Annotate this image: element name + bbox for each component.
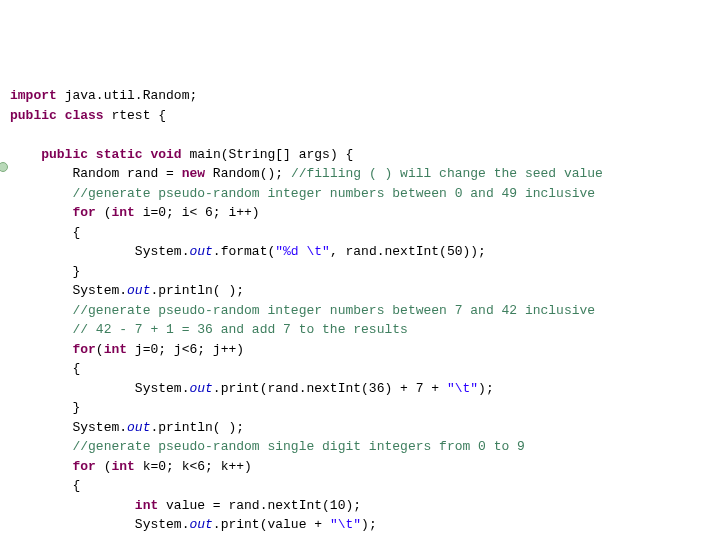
string-literal: "\t" (447, 381, 478, 396)
keyword-for: for (72, 205, 95, 220)
keyword-int: int (135, 498, 158, 513)
static-field: out (189, 244, 212, 259)
comment: //generate pseudo-random integer numbers… (72, 186, 595, 201)
code-text: Random rand = (72, 166, 181, 181)
code-text: ( (96, 459, 112, 474)
static-field: out (127, 420, 150, 435)
keyword-void: void (150, 147, 181, 162)
comment: // 42 - 7 + 1 = 36 and add 7 to the resu… (72, 322, 407, 337)
code-text: i=0; i< 6; i++) (135, 205, 260, 220)
code-text: , rand.nextInt(50)); (330, 244, 486, 259)
static-field: out (189, 381, 212, 396)
brace: { (72, 225, 80, 240)
code-text: System. (135, 381, 190, 396)
keyword-int: int (104, 342, 127, 357)
static-field: out (127, 283, 150, 298)
class-name: rtest { (111, 108, 166, 123)
brace: { (72, 361, 80, 376)
code-text: ( (96, 342, 104, 357)
keyword-public: public (41, 147, 88, 162)
keyword-for: for (72, 459, 95, 474)
code-text: .println( ); (150, 420, 244, 435)
brace: } (72, 400, 80, 415)
code-text: System. (135, 244, 190, 259)
brace: } (72, 264, 80, 279)
keyword-int: int (111, 459, 134, 474)
brace: { (72, 478, 80, 493)
code-text: ( (96, 205, 112, 220)
comment: //generate pseudo-random single digit in… (72, 439, 524, 454)
code-text: j=0; j<6; j++) (127, 342, 244, 357)
code-text: Random(); (205, 166, 291, 181)
code-text: .print(rand.nextInt(36) + 7 + (213, 381, 447, 396)
code-text: System. (72, 283, 127, 298)
code-text: .print(value + (213, 517, 330, 532)
string-literal: "\t" (330, 517, 361, 532)
comment: //generate pseudo-random integer numbers… (72, 303, 595, 318)
comment: //filling ( ) will change the seed value (291, 166, 603, 181)
code-text: System. (135, 517, 190, 532)
string-literal: "%d \t" (275, 244, 330, 259)
code-text: .println( ); (150, 283, 244, 298)
keyword-int: int (111, 205, 134, 220)
keyword-class: class (65, 108, 104, 123)
import-path: java.util.Random; (65, 88, 198, 103)
code-text: k=0; k<6; k++) (135, 459, 252, 474)
method-signature: main(String[] args) { (190, 147, 354, 162)
code-text: ); (478, 381, 494, 396)
code-text: ); (361, 517, 377, 532)
code-text: System. (72, 420, 127, 435)
static-field: out (189, 517, 212, 532)
code-text: .format( (213, 244, 275, 259)
keyword-for: for (72, 342, 95, 357)
keyword-new: new (182, 166, 205, 181)
keyword-static: static (96, 147, 143, 162)
keyword-import: import (10, 88, 57, 103)
keyword-public: public (10, 108, 57, 123)
code-block: import java.util.Random; public class rt… (10, 86, 712, 536)
code-text: value = rand.nextInt(10); (158, 498, 361, 513)
